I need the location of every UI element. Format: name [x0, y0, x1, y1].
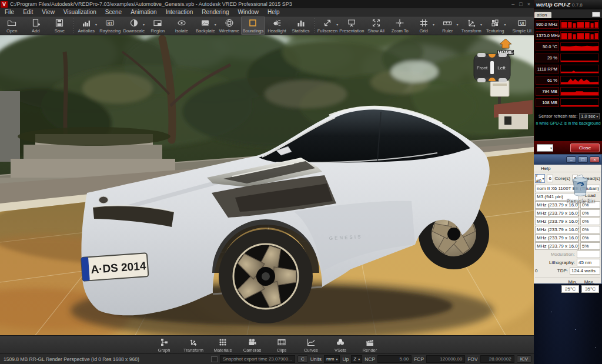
menu-window[interactable]: Window: [238, 9, 259, 15]
min-header: Min.: [568, 279, 577, 285]
save-button[interactable]: Save: [48, 16, 72, 35]
transform-icon: [467, 18, 476, 28]
zoom-to-button[interactable]: Zoom To: [388, 16, 412, 35]
sensor-graph: [560, 76, 599, 85]
grid-label: Grid: [420, 28, 428, 34]
menu-help[interactable]: Help: [267, 9, 280, 15]
fullscreen-icon: [323, 18, 332, 28]
downscale-button[interactable]: ▾Downscale: [122, 16, 146, 35]
menu-animation[interactable]: Animation: [131, 9, 156, 15]
grid-icon: [419, 18, 429, 28]
refresh-rate-select[interactable]: 1.0 sec▾: [579, 113, 600, 119]
up-axis-select[interactable]: Z▾: [351, 355, 362, 363]
gpu-z-close-button[interactable]: Close: [570, 143, 600, 152]
minimize-button[interactable]: –: [566, 156, 576, 163]
simple-ui-button[interactable]: Simple UI: [510, 16, 534, 35]
viewcube[interactable]: Front Left: [474, 53, 510, 82]
viewcube-front-face[interactable]: Front: [477, 65, 488, 71]
refresh-rate-label: Sensor refresh rate:: [539, 113, 577, 119]
antialias-button[interactable]: ▾Antialias: [75, 16, 99, 35]
raytracing-button[interactable]: Raytracing: [98, 16, 122, 35]
viewcube-corner[interactable]: [477, 53, 486, 57]
viewcube-corner[interactable]: [499, 53, 507, 57]
clips-module-button[interactable]: Clips: [269, 336, 295, 353]
maximize-button[interactable]: □: [578, 156, 588, 163]
viewcube-corner[interactable]: [477, 78, 486, 82]
min-temp-field: 25°C: [561, 285, 579, 293]
chevron-down-icon: ▾: [550, 146, 552, 150]
headlight-button[interactable]: Headlight: [265, 16, 289, 35]
fullscreen-button[interactable]: ▾Fullscreen: [316, 16, 340, 35]
add-button[interactable]: Add: [24, 16, 48, 35]
clips-icon: [276, 337, 287, 348]
transform-button[interactable]: ▾Transform: [460, 16, 484, 35]
fov-field[interactable]: 28.000002: [480, 355, 514, 363]
menu-help[interactable]: Help: [541, 166, 550, 171]
wireframe-icon: [225, 18, 234, 28]
snapshot-icon[interactable]: [211, 356, 218, 362]
viewcube-left-face[interactable]: Left: [497, 65, 506, 71]
transform-module-button[interactable]: Transform: [180, 336, 206, 353]
render-module-button[interactable]: Render: [357, 336, 383, 353]
menu-scene[interactable]: Scene: [105, 9, 122, 15]
presentation-button[interactable]: Presentation: [339, 16, 364, 35]
grid-button[interactable]: ▾Grid: [412, 16, 436, 35]
backplate-button[interactable]: ▾Backplate: [193, 16, 218, 35]
recycle-bin-icon: [570, 173, 591, 197]
fcp-label: FCP: [414, 356, 424, 362]
lithography-label: Lithography:: [549, 260, 575, 265]
isolate-icon: [177, 18, 186, 28]
open-button[interactable]: Open: [0, 16, 24, 35]
materials-module-button[interactable]: Materials: [210, 336, 236, 353]
viewcube-edge[interactable]: [490, 61, 494, 74]
up-axis-value: Z: [353, 356, 356, 362]
downscale-icon: [129, 18, 139, 28]
graph-module-button[interactable]: Graph: [151, 336, 177, 353]
vsets-module-button[interactable]: VSets: [327, 336, 353, 353]
curves-module-button[interactable]: Curves: [298, 336, 324, 353]
open-icon: [7, 18, 16, 28]
processor-select[interactable]: r #0▾: [535, 174, 545, 183]
show-all-icon: [372, 18, 381, 28]
menu-interaction[interactable]: Interaction: [166, 9, 193, 15]
close-button[interactable]: ×: [590, 156, 600, 163]
show-all-button[interactable]: Show All: [364, 16, 388, 35]
fcp-field[interactable]: 120000.00: [426, 355, 465, 363]
menu-edit[interactable]: Edit: [23, 9, 33, 15]
menu-visualization[interactable]: Visualization: [63, 9, 96, 15]
ncp-field[interactable]: 5.00: [377, 355, 412, 363]
sensor-graph: [560, 20, 599, 29]
boundings-label: Boundings: [243, 28, 263, 34]
menu-file[interactable]: File: [5, 9, 14, 15]
fullscreen-label: Fullscreen: [317, 28, 338, 34]
region-button[interactable]: Region: [146, 16, 170, 35]
cameras-module-button[interactable]: Cameras: [239, 336, 265, 353]
isolate-button[interactable]: Isolate: [170, 16, 194, 35]
gpu-z-tab-validation[interactable]: ation: [534, 12, 551, 18]
viewcube-corner[interactable]: [499, 78, 507, 82]
units-select[interactable]: mm▾: [324, 355, 340, 363]
minimize-button[interactable]: –: [511, 1, 514, 7]
gpu-z-capture-icon[interactable]: [592, 12, 600, 17]
open-label: Open: [6, 28, 17, 34]
statistics-button[interactable]: Statistics: [289, 16, 313, 35]
menu-view[interactable]: View: [42, 9, 55, 15]
simple-ui-label: Simple UI: [512, 28, 531, 34]
c-button[interactable]: C: [297, 355, 308, 363]
cameras-icon: [247, 337, 257, 348]
icv-button[interactable]: ICV: [517, 355, 531, 363]
wireframe-button[interactable]: Wireframe: [218, 16, 242, 35]
maximize-button[interactable]: □: [519, 1, 522, 7]
ruler-label: Ruler: [442, 28, 453, 34]
ruler-button[interactable]: ▾Ruler: [436, 16, 460, 35]
recycle-bin[interactable]: Recycle Bin: [560, 173, 601, 203]
refresh-rate-value: 1.0 sec: [581, 113, 595, 119]
show-all-label: Show All: [367, 28, 384, 34]
close-button[interactable]: ×: [527, 1, 530, 7]
gpu-select-dropdown[interactable]: ▾: [537, 144, 553, 152]
menu-rendering[interactable]: Rendering: [202, 9, 229, 15]
texturing-button[interactable]: ▾Texturing: [483, 16, 507, 35]
render-viewport[interactable]: A·DS 2014 GENESIS: [0, 35, 534, 335]
boundings-button[interactable]: Boundings: [241, 16, 265, 35]
render-label: Render: [363, 348, 377, 353]
